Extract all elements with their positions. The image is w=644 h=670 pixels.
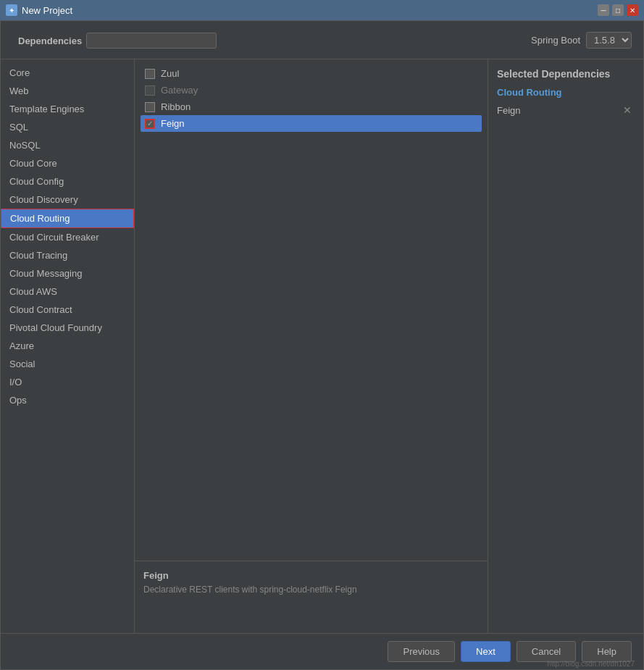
- cancel-button[interactable]: Cancel: [517, 641, 576, 662]
- dep-name-gateway: Gateway: [161, 85, 198, 96]
- sidebar-item-pivotal-cloud-foundry[interactable]: Pivotal Cloud Foundry: [1, 319, 134, 337]
- sidebar-item-cloud-aws[interactable]: Cloud AWS: [1, 282, 134, 301]
- deps-header: Dependencies: [12, 28, 222, 51]
- selected-deps-title: Selected Dependencies: [497, 68, 635, 80]
- selected-dep-name-feign: Feign: [497, 105, 521, 116]
- sidebar-item-template-engines[interactable]: Template Engines: [1, 100, 134, 118]
- title-bar-controls: ─ □ ✕: [598, 4, 638, 16]
- sidebar-item-cloud-config[interactable]: Cloud Config: [1, 172, 134, 190]
- dialog: Dependencies Spring Boot 1.5.8 1.5.7 2.0…: [0, 20, 644, 670]
- dep-checkbox-ribbon[interactable]: [145, 102, 155, 112]
- previous-button[interactable]: Previous: [388, 641, 455, 662]
- minimize-button[interactable]: ─: [598, 4, 609, 16]
- dep-checkbox-gateway[interactable]: [145, 85, 155, 96]
- help-button[interactable]: Help: [582, 641, 632, 662]
- main-content: Core Web Template Engines SQL NoSQL Clou…: [1, 59, 643, 633]
- sidebar-item-web[interactable]: Web: [1, 82, 134, 100]
- spring-boot-version-select[interactable]: 1.5.8 1.5.7 2.0.0: [586, 32, 632, 49]
- dep-item-gateway[interactable]: Gateway: [141, 82, 482, 99]
- sidebar-item-nosql[interactable]: NoSQL: [1, 136, 134, 154]
- next-button[interactable]: Next: [461, 641, 511, 662]
- sidebar-item-cloud-messaging[interactable]: Cloud Messaging: [1, 264, 134, 282]
- sidebar-item-azure[interactable]: Azure: [1, 337, 134, 355]
- dep-name-feign: Feign: [161, 118, 185, 129]
- sidebar-item-cloud-discovery[interactable]: Cloud Discovery: [1, 190, 134, 209]
- sidebar: Core Web Template Engines SQL NoSQL Clou…: [1, 59, 135, 633]
- footer-url: http://blog.csdn.net/dh1027: [547, 660, 635, 668]
- middle-panel: Zuul Gateway Ribbon Feign: [135, 59, 488, 633]
- dep-name-zuul: Zuul: [161, 68, 179, 79]
- sidebar-item-cloud-core[interactable]: Cloud Core: [1, 154, 134, 172]
- header-row: Dependencies Spring Boot 1.5.8 1.5.7 2.0…: [1, 21, 643, 59]
- spring-boot-label: Spring Boot: [531, 35, 580, 46]
- dep-checkbox-zuul[interactable]: [145, 69, 155, 79]
- selected-dep-feign: Feign ✕: [497, 102, 635, 118]
- dep-name-ribbon: Ribbon: [161, 101, 191, 112]
- dep-item-feign[interactable]: Feign: [141, 115, 482, 132]
- close-button[interactable]: ✕: [627, 4, 638, 16]
- sidebar-item-cloud-contract[interactable]: Cloud Contract: [1, 301, 134, 319]
- dep-checkbox-feign[interactable]: [145, 119, 155, 129]
- title-bar-title: New Project: [22, 5, 72, 16]
- sidebar-item-sql[interactable]: SQL: [1, 118, 134, 136]
- dependency-list: Zuul Gateway Ribbon Feign: [135, 59, 488, 561]
- search-input[interactable]: [86, 33, 217, 49]
- right-panel: Selected Dependencies Cloud Routing Feig…: [488, 59, 643, 633]
- spring-boot-selector: Spring Boot 1.5.8 1.5.7 2.0.0: [531, 32, 632, 49]
- deps-label: Dependencies: [18, 35, 82, 46]
- sidebar-item-cloud-routing[interactable]: Cloud Routing: [1, 209, 134, 228]
- sidebar-item-ops[interactable]: Ops: [1, 391, 134, 409]
- sidebar-item-cloud-circuit-breaker[interactable]: Cloud Circuit Breaker: [1, 228, 134, 246]
- dep-item-zuul[interactable]: Zuul: [141, 65, 482, 82]
- sidebar-item-cloud-tracing[interactable]: Cloud Tracing: [1, 246, 134, 264]
- title-bar-left: ✦ New Project: [6, 4, 72, 16]
- sidebar-item-io[interactable]: I/O: [1, 373, 134, 391]
- footer: Previous Next Cancel Help http://blog.cs…: [1, 633, 643, 669]
- desc-text: Declarative REST clients with spring-clo…: [143, 584, 479, 596]
- dep-item-ribbon[interactable]: Ribbon: [141, 99, 482, 115]
- title-bar: ✦ New Project ─ □ ✕: [0, 0, 644, 20]
- sidebar-item-social[interactable]: Social: [1, 355, 134, 373]
- remove-feign-button[interactable]: ✕: [620, 104, 635, 116]
- sidebar-item-core[interactable]: Core: [1, 64, 134, 82]
- app-icon: ✦: [6, 4, 17, 16]
- maximize-button[interactable]: □: [612, 4, 624, 16]
- selected-category-cloud-routing: Cloud Routing: [497, 87, 635, 98]
- desc-title: Feign: [143, 570, 479, 581]
- description-panel: Feign Declarative REST clients with spri…: [135, 561, 488, 633]
